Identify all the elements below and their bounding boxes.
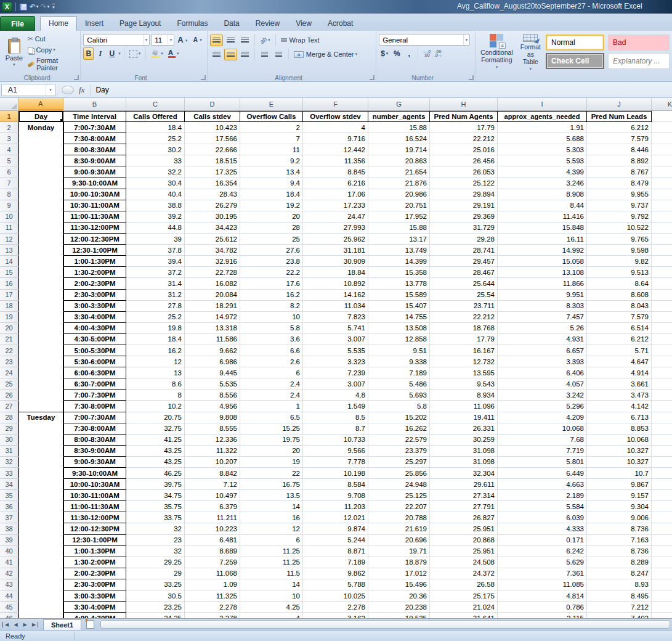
cell[interactable]: 5.486 <box>368 378 430 390</box>
cell[interactable] <box>18 278 63 289</box>
cell[interactable]: 32.916 <box>185 256 240 267</box>
cell[interactable]: 5.693 <box>368 390 430 401</box>
cell[interactable]: 9:30-10:00AM <box>63 178 126 189</box>
cell[interactable]: 16 <box>240 512 303 523</box>
cell[interactable]: 11.034 <box>303 301 368 312</box>
cell[interactable]: 25.297 <box>368 457 430 468</box>
cell[interactable]: 7.259 <box>185 557 240 568</box>
cell[interactable]: 11.356 <box>303 155 368 166</box>
cell[interactable]: 8.908 <box>498 189 587 200</box>
cell[interactable]: 9.867 <box>587 479 652 490</box>
cell[interactable]: 32.304 <box>430 468 498 479</box>
select-all-corner[interactable] <box>0 98 18 110</box>
cell[interactable]: 8.64 <box>587 278 652 289</box>
undo-button[interactable]: ↶▾ <box>30 3 39 10</box>
cell[interactable] <box>18 479 63 490</box>
cell[interactable]: 34.782 <box>185 245 240 256</box>
cell[interactable]: 26.58 <box>430 579 498 590</box>
cell[interactable]: 3.6 <box>240 334 303 345</box>
cell[interactable]: 20.696 <box>368 535 430 546</box>
font-dialog-launcher-icon[interactable] <box>201 75 206 80</box>
cell[interactable]: 21.654 <box>368 166 430 178</box>
cell[interactable] <box>18 446 63 457</box>
cell[interactable]: 30.2 <box>126 144 185 155</box>
cell[interactable] <box>652 122 672 133</box>
cell[interactable]: 16.2 <box>240 290 303 301</box>
cell[interactable]: 16.75 <box>240 479 303 490</box>
conditional-formatting-dropdown-icon[interactable]: ▾ <box>496 63 498 71</box>
cell[interactable] <box>652 133 672 144</box>
cell[interactable]: 39.4 <box>126 256 185 267</box>
cell[interactable]: 5:30-6:00PM <box>63 356 126 367</box>
tab-page-layout[interactable]: Page Layout <box>111 17 169 31</box>
cell[interactable]: 6.657 <box>498 345 587 356</box>
cell[interactable] <box>18 200 63 211</box>
style-check-cell[interactable]: Check Cell <box>546 53 604 69</box>
cell[interactable] <box>18 334 63 345</box>
cell[interactable]: 18.515 <box>185 155 240 166</box>
cell[interactable]: 25.951 <box>430 546 498 557</box>
cell[interactable]: 15.25 <box>240 423 303 435</box>
cell[interactable]: 9.82 <box>587 256 652 267</box>
cell[interactable]: 2:00-2:30PM <box>63 568 126 579</box>
cell[interactable]: 8.479 <box>587 178 652 189</box>
cell[interactable]: 3.242 <box>498 390 587 401</box>
row-header-19[interactable]: 19 <box>0 312 18 323</box>
cell[interactable]: 12:00-12:30PM <box>63 523 126 534</box>
cell[interactable]: 2.4 <box>240 390 303 401</box>
cell[interactable] <box>18 501 63 512</box>
cell[interactable]: 1.549 <box>303 401 368 412</box>
column-header-G[interactable]: G <box>368 98 430 110</box>
cell[interactable]: 8.44 <box>498 200 587 211</box>
cell[interactable]: 5.801 <box>498 457 587 468</box>
cell[interactable]: 11.085 <box>498 579 587 590</box>
cell[interactable]: 11.211 <box>185 512 240 523</box>
cell[interactable] <box>652 166 672 178</box>
cell[interactable]: 4.663 <box>498 479 587 490</box>
cell[interactable]: 8.767 <box>587 166 652 178</box>
cell[interactable]: 8.7 <box>303 423 368 435</box>
cell[interactable] <box>652 435 672 446</box>
first-sheet-icon[interactable]: ◀ <box>2 622 10 627</box>
cell[interactable]: 13.318 <box>185 323 240 334</box>
cell[interactable]: 46.25 <box>126 468 185 479</box>
fill-color-button[interactable]: ▾ <box>149 49 165 59</box>
cell[interactable]: 15.496 <box>368 579 430 590</box>
cell[interactable]: 4.647 <box>587 356 652 367</box>
cell[interactable] <box>18 211 63 223</box>
cell[interactable]: 18.291 <box>185 301 240 312</box>
cell[interactable]: 10.068 <box>587 435 652 446</box>
cell[interactable]: 11:00-11:30AM <box>63 211 126 223</box>
cell[interactable]: number_agents <box>368 111 430 122</box>
cell[interactable]: 6.406 <box>498 367 587 378</box>
tab-home[interactable]: Home <box>40 16 77 31</box>
cell[interactable]: 10 <box>240 590 303 602</box>
row-header-3[interactable]: 3 <box>0 133 18 144</box>
cell[interactable]: 13.108 <box>498 267 587 278</box>
decrease-decimal-button[interactable]: .00 .0→ <box>433 49 443 59</box>
cell[interactable]: 4:00-4:30PM <box>63 613 126 618</box>
cell[interactable]: 13.17 <box>368 234 430 245</box>
cell[interactable]: 23.25 <box>126 602 185 613</box>
cell[interactable]: 27.6 <box>240 245 303 256</box>
cell[interactable]: 33 <box>126 155 185 166</box>
cell[interactable]: 30.195 <box>185 211 240 223</box>
cell[interactable]: 13.508 <box>368 323 430 334</box>
tab-file[interactable]: File <box>0 16 35 31</box>
cell[interactable]: 9.598 <box>587 245 652 256</box>
cell[interactable] <box>652 323 672 334</box>
redo-button[interactable]: ↷▾ <box>41 3 50 10</box>
last-sheet-icon[interactable]: ▶ <box>30 622 38 627</box>
cell[interactable]: 9.006 <box>587 512 652 523</box>
cell[interactable]: 12 <box>240 523 303 534</box>
wrap-text-button[interactable]: Wrap Text <box>279 35 322 45</box>
column-header-I[interactable]: I <box>498 98 587 110</box>
cell[interactable]: 17.566 <box>185 133 240 144</box>
format-as-table-button[interactable]: Format as Table ▾ <box>518 33 543 73</box>
cell[interactable]: 14.755 <box>368 312 430 323</box>
cell[interactable]: 18.4 <box>126 122 185 133</box>
cell[interactable]: 25.962 <box>303 234 368 245</box>
cell[interactable]: 9.338 <box>368 356 430 367</box>
row-header-45[interactable]: 45 <box>0 602 18 613</box>
cell[interactable]: 2.4 <box>240 378 303 390</box>
